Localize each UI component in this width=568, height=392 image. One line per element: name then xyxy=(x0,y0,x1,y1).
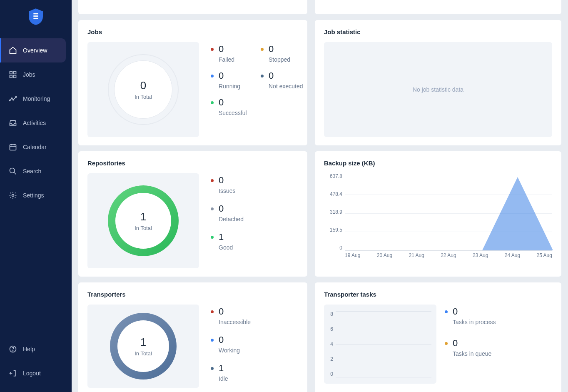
svg-rect-2 xyxy=(33,18,38,19)
help-icon xyxy=(9,345,17,353)
job-statistic-empty: No job statistic data xyxy=(324,42,552,137)
grid-icon xyxy=(9,70,17,79)
dot-icon xyxy=(445,310,448,313)
svg-point-10 xyxy=(15,97,17,98)
stat-inaccessible: 0 Inaccessible xyxy=(211,306,251,325)
card-transporter-tasks: Transporter tasks 8 6 4 2 0 xyxy=(315,282,561,392)
sidebar-item-label: Jobs xyxy=(23,71,35,78)
sidebar-item-help[interactable]: Help xyxy=(0,337,72,361)
stat-issues: 0 Issues xyxy=(211,175,244,194)
repos-total-value: 1 xyxy=(140,210,146,223)
logout-icon xyxy=(9,369,17,377)
svg-point-15 xyxy=(10,168,15,173)
sidebar-item-label: Calendar xyxy=(23,144,47,150)
stat-running: 0 Running xyxy=(211,70,261,90)
card-jobs: Jobs 0 In Total 0 Failed xyxy=(78,20,307,145)
chart-plot xyxy=(345,176,552,251)
card-title: Job statistic xyxy=(324,28,552,35)
transporters-stats: 0 Inaccessible 0 Working 1 Idle xyxy=(211,305,251,388)
small-chart-plot xyxy=(336,311,431,377)
svg-rect-0 xyxy=(33,13,38,15)
repositories-donut: 1 In Total xyxy=(87,173,199,268)
dot-icon xyxy=(211,367,214,370)
stat-detached: 0 Detached xyxy=(211,203,244,222)
transporters-total-value: 1 xyxy=(140,336,146,349)
repositories-stats: 0 Issues 0 Detached 1 Good xyxy=(211,173,244,268)
repos-total-label: In Total xyxy=(135,225,152,231)
stat-working: 0 Working xyxy=(211,335,251,354)
sidebar-item-label: Activities xyxy=(23,120,46,126)
gear-icon xyxy=(9,191,17,200)
card-title: Jobs xyxy=(87,28,298,35)
nav-main: Overview Jobs Monitoring Activities xyxy=(0,33,72,337)
chart-peak xyxy=(482,177,553,250)
sidebar-item-settings[interactable]: Settings xyxy=(0,183,72,207)
main-content: Jobs 0 In Total 0 Failed xyxy=(72,0,568,392)
dot-icon xyxy=(211,75,214,77)
backup-size-chart: 637.8 478.4 318.9 159.5 0 xyxy=(324,173,552,261)
svg-rect-3 xyxy=(10,72,12,74)
svg-point-19 xyxy=(12,351,13,351)
dot-icon xyxy=(211,179,214,182)
stat-failed: 0 Failed xyxy=(211,44,261,63)
stat-tasks-in-queue: 0 Tasks in queue xyxy=(445,338,496,357)
dot-icon xyxy=(211,339,214,342)
svg-point-17 xyxy=(12,195,14,197)
card-title: Transporters xyxy=(87,291,298,298)
home-icon xyxy=(9,46,17,55)
sidebar-item-overview[interactable]: Overview xyxy=(0,38,66,62)
svg-rect-1 xyxy=(33,15,38,17)
sidebar-item-logout[interactable]: Logout xyxy=(0,361,72,385)
chart-x-labels: 19 Aug 20 Aug 21 Aug 22 Aug 23 Aug 24 Au… xyxy=(345,252,552,261)
sidebar-item-monitoring[interactable]: Monitoring xyxy=(0,87,72,111)
transporter-tasks-chart: 8 6 4 2 0 xyxy=(324,305,436,384)
chart-y-labels: 637.8 478.4 318.9 159.5 0 xyxy=(324,173,345,251)
dot-icon xyxy=(211,101,214,104)
transporter-tasks-stats: 0 Tasks in process 0 Tasks in queue xyxy=(445,305,496,384)
stat-idle: 1 Idle xyxy=(211,363,251,382)
sidebar-item-label: Overview xyxy=(23,47,47,54)
sidebar-item-jobs[interactable]: Jobs xyxy=(0,62,72,87)
stat-good: 1 Good xyxy=(211,232,244,251)
card-backup-size: Backup size (KB) 637.8 478.4 318.9 159.5… xyxy=(315,151,561,277)
dot-icon xyxy=(211,236,214,239)
svg-line-16 xyxy=(14,172,16,175)
sidebar-item-label: Help xyxy=(23,346,35,352)
sidebar-item-calendar[interactable]: Calendar xyxy=(0,135,72,159)
card-title: Transporter tasks xyxy=(324,291,552,298)
sidebar-item-label: Search xyxy=(23,168,41,175)
dot-icon xyxy=(211,48,214,51)
transporters-total-label: In Total xyxy=(135,350,152,357)
sidebar-item-search[interactable]: Search xyxy=(0,159,72,183)
transporters-donut: 1 In Total xyxy=(87,305,199,388)
sidebar-item-label: Monitoring xyxy=(23,95,50,102)
dot-icon xyxy=(211,207,214,210)
nav-bottom: Help Logout xyxy=(0,337,72,392)
jobs-stats: 0 Failed 0 Stopped 0 Running 0 xyxy=(211,42,311,137)
card-repositories: Repositories 1 In Total 0 Issues xyxy=(78,151,307,277)
svg-rect-4 xyxy=(14,72,16,74)
jobs-donut: 0 In Total xyxy=(87,42,199,137)
card-transporters: Transporters 1 In Total 0 Inaccessible xyxy=(78,282,307,392)
sidebar-item-activities[interactable]: Activities xyxy=(0,111,72,135)
stat-tasks-in-process: 0 Tasks in process xyxy=(445,306,496,325)
svg-rect-6 xyxy=(14,75,16,78)
shield-icon xyxy=(29,8,43,25)
calendar-icon xyxy=(9,143,17,151)
inbox-icon xyxy=(9,119,17,127)
dot-icon xyxy=(261,48,264,51)
stat-successful: 0 Successful xyxy=(211,97,261,116)
card-job-statistic: Job statistic No job statistic data xyxy=(315,20,561,145)
sidebar-item-label: Logout xyxy=(23,370,41,377)
dot-icon xyxy=(211,310,214,313)
card-title: Backup size (KB) xyxy=(324,160,552,167)
dot-icon xyxy=(261,75,264,77)
svg-point-9 xyxy=(13,99,14,100)
cutoff-card-right xyxy=(315,0,561,14)
sidebar: Overview Jobs Monitoring Activities xyxy=(0,0,72,392)
search-icon xyxy=(9,167,17,175)
small-chart-y-labels: 8 6 4 2 0 xyxy=(327,311,333,377)
app-logo xyxy=(0,0,72,33)
svg-point-7 xyxy=(9,100,10,101)
stat-notexecuted: 0 Not executed xyxy=(261,70,311,90)
